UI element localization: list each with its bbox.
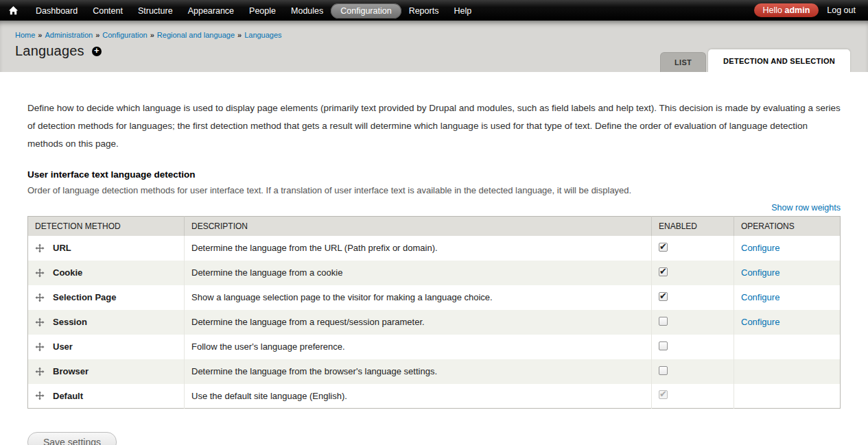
show-row-weights-link[interactable]: Show row weights bbox=[771, 203, 841, 213]
home-icon[interactable] bbox=[8, 5, 19, 16]
breadcrumb-separator: » bbox=[38, 31, 42, 39]
drag-handle-icon[interactable] bbox=[35, 342, 45, 352]
detection-method-name: Browser bbox=[53, 366, 89, 376]
detection-method-description: Determine the language from the browser'… bbox=[191, 366, 437, 376]
detection-method-name: Cookie bbox=[53, 267, 82, 278]
detection-methods-table: DETECTION METHOD DESCRIPTION ENABLED OPE… bbox=[27, 216, 841, 409]
drag-handle-icon[interactable] bbox=[35, 391, 45, 400]
toolbar-menu-item-help[interactable]: Help bbox=[446, 3, 479, 19]
enabled-checkbox[interactable] bbox=[659, 317, 668, 326]
breadcrumb-link-configuration[interactable]: Configuration bbox=[102, 31, 147, 39]
section-description: Order of language detection methods for … bbox=[27, 185, 841, 195]
detection-method-description: Determine the language from the URL (Pat… bbox=[191, 243, 438, 253]
breadcrumb: Home»Administration»Configuration»Region… bbox=[0, 21, 868, 39]
enabled-checkbox[interactable] bbox=[659, 243, 668, 252]
breadcrumb-link-languages[interactable]: Languages bbox=[244, 31, 281, 39]
table-header-row: DETECTION METHOD DESCRIPTION ENABLED OPE… bbox=[28, 217, 841, 236]
configure-link[interactable]: Configure bbox=[741, 267, 779, 278]
configure-link[interactable]: Configure bbox=[741, 317, 779, 327]
toolbar-menu-item-reports[interactable]: Reports bbox=[401, 3, 447, 19]
breadcrumb-separator: » bbox=[237, 31, 242, 39]
save-settings-button[interactable]: Save settings bbox=[27, 432, 117, 445]
detection-method-description: Determine the language from a cookie bbox=[191, 267, 342, 278]
tab-detection-and-selection[interactable]: DETECTION AND SELECTION bbox=[707, 49, 851, 72]
drag-handle-icon[interactable] bbox=[35, 268, 45, 278]
intro-text: Define how to decide which language is u… bbox=[27, 72, 841, 153]
breadcrumb-separator: » bbox=[95, 31, 99, 39]
main-content: Define how to decide which language is u… bbox=[0, 72, 868, 445]
toolbar-menu-item-configuration[interactable]: Configuration bbox=[331, 3, 401, 19]
table-row: User Follow the user's language preferen… bbox=[28, 335, 841, 359]
detection-method-name: User bbox=[53, 341, 73, 352]
breadcrumb-link-home[interactable]: Home bbox=[15, 31, 35, 39]
toolbar-menu: DashboardContentStructureAppearancePeopl… bbox=[28, 4, 754, 16]
logout-link[interactable]: Log out bbox=[827, 5, 856, 15]
table-row: URL Determine the language from the URL … bbox=[28, 236, 841, 261]
table-row: Default Use the default site language (E… bbox=[28, 384, 841, 409]
configure-link[interactable]: Configure bbox=[741, 243, 779, 253]
username: admin bbox=[784, 5, 810, 15]
detection-method-description: Show a language selection page to the vi… bbox=[191, 292, 493, 302]
table-row: Session Determine the language from a re… bbox=[28, 310, 841, 335]
col-header-detection-method: DETECTION METHOD bbox=[28, 217, 185, 236]
enabled-checkbox[interactable] bbox=[659, 267, 668, 276]
toolbar-menu-item-people[interactable]: People bbox=[242, 3, 283, 19]
detection-method-name: Default bbox=[53, 391, 83, 401]
breadcrumb-link-administration[interactable]: Administration bbox=[45, 31, 93, 39]
detection-method-description: Use the default site language (English). bbox=[191, 391, 347, 401]
table-row: Cookie Determine the language from a coo… bbox=[28, 261, 841, 285]
breadcrumb-link-regional-and-language[interactable]: Regional and language bbox=[157, 31, 235, 39]
detection-method-description: Determine the language from a request/se… bbox=[191, 317, 425, 327]
detection-method-name: Session bbox=[53, 317, 87, 327]
table-row: Browser Determine the language from the … bbox=[28, 359, 841, 384]
col-header-enabled: ENABLED bbox=[652, 217, 734, 236]
toolbar-menu-item-appearance[interactable]: Appearance bbox=[180, 3, 242, 19]
tab-bar: LISTDETECTION AND SELECTION bbox=[660, 49, 851, 72]
col-header-description: DESCRIPTION bbox=[185, 217, 652, 236]
detection-method-description: Follow the user's language preference. bbox=[191, 341, 345, 352]
table-row: Selection Page Show a language selection… bbox=[28, 285, 841, 310]
col-header-operations: OPERATIONS bbox=[734, 217, 841, 236]
section-heading: User interface text language detection bbox=[27, 169, 841, 180]
drag-handle-icon[interactable] bbox=[35, 367, 45, 376]
toolbar-menu-item-dashboard[interactable]: Dashboard bbox=[28, 3, 85, 19]
detection-method-name: Selection Page bbox=[53, 292, 116, 302]
drag-handle-icon[interactable] bbox=[35, 243, 45, 253]
page-title: Languages bbox=[15, 43, 84, 59]
toolbar-menu-item-structure[interactable]: Structure bbox=[130, 3, 180, 19]
enabled-checkbox[interactable] bbox=[659, 341, 668, 350]
toolbar-menu-item-content[interactable]: Content bbox=[85, 3, 130, 19]
hello-admin-badge[interactable]: Hello admin bbox=[754, 3, 819, 17]
add-shortcut-icon[interactable]: + bbox=[92, 47, 102, 56]
enabled-checkbox bbox=[659, 390, 668, 399]
detection-method-name: URL bbox=[53, 243, 71, 253]
toolbar-menu-item-modules[interactable]: Modules bbox=[283, 3, 331, 19]
drag-handle-icon[interactable] bbox=[35, 293, 45, 302]
tab-list[interactable]: LIST bbox=[660, 52, 706, 72]
configure-link[interactable]: Configure bbox=[741, 292, 779, 302]
enabled-checkbox[interactable] bbox=[659, 366, 668, 375]
drag-handle-icon[interactable] bbox=[35, 317, 45, 327]
page-header: Home»Administration»Configuration»Region… bbox=[0, 21, 868, 72]
enabled-checkbox[interactable] bbox=[659, 292, 668, 301]
admin-toolbar: DashboardContentStructureAppearancePeopl… bbox=[0, 0, 868, 21]
breadcrumb-separator: » bbox=[150, 31, 154, 39]
